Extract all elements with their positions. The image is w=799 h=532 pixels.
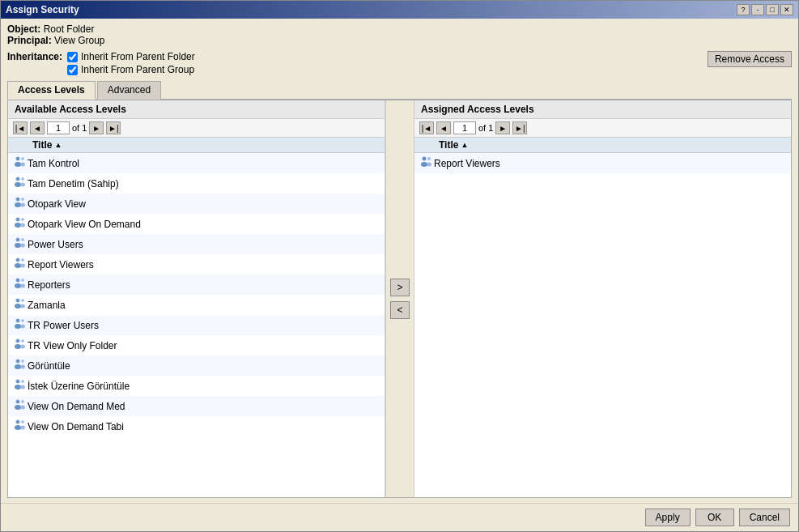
- svg-point-49: [15, 324, 21, 329]
- close-button[interactable]: ✕: [780, 4, 793, 15]
- available-list[interactable]: Tam Kontrol Tam Denetim (Sahip) Otopark …: [8, 153, 385, 497]
- svg-point-55: [15, 344, 21, 349]
- list-item[interactable]: Tam Kontrol: [8, 153, 385, 173]
- tab-advanced[interactable]: Advanced: [97, 81, 161, 100]
- object-info: Object: Root Folder Principal: View Grou…: [7, 23, 792, 46]
- inherit-parent-folder-checkbox[interactable]: [67, 52, 78, 62]
- list-item-label: Zamanla: [28, 300, 66, 311]
- list-item[interactable]: Report Viewers: [8, 254, 385, 275]
- list-item[interactable]: Otopark View On Demand: [8, 214, 385, 234]
- principal-label: Principal:: [7, 35, 52, 46]
- assigned-page-input[interactable]: [453, 121, 476, 134]
- svg-point-85: [421, 162, 427, 167]
- svg-point-81: [20, 426, 25, 430]
- checkboxes: Inherit From Parent Folder Inherit From …: [67, 51, 708, 75]
- list-item[interactable]: View On Demand Tabi: [8, 416, 385, 436]
- list-item-label: Power Users: [28, 239, 83, 250]
- principal-value: View Group: [54, 35, 104, 46]
- help-button[interactable]: ?: [737, 4, 750, 15]
- list-item[interactable]: Report Viewers: [414, 153, 791, 173]
- available-column-header: Title ▲: [8, 138, 385, 153]
- available-of-label: of: [72, 123, 79, 133]
- list-item[interactable]: Otopark View: [8, 194, 385, 214]
- inherit-parent-group-checkbox[interactable]: [67, 65, 78, 75]
- list-item[interactable]: Zamanla: [8, 295, 385, 315]
- people-icon: [13, 377, 28, 394]
- assigned-prev-page-button[interactable]: ◄: [436, 121, 451, 134]
- inheritance-label: Inheritance:: [7, 51, 62, 62]
- people-icon: [13, 236, 28, 253]
- list-item-label: Tam Kontrol: [28, 158, 79, 169]
- svg-point-57: [20, 345, 25, 349]
- assigned-last-page-button[interactable]: ►|: [512, 121, 527, 134]
- svg-point-69: [20, 385, 25, 389]
- svg-point-3: [20, 163, 25, 167]
- remove-from-assigned-button[interactable]: <: [390, 301, 410, 319]
- list-item[interactable]: Power Users: [8, 234, 385, 254]
- inherit-parent-folder-label: Inherit From Parent Folder: [81, 51, 195, 62]
- ok-button[interactable]: OK: [695, 509, 734, 526]
- window-title: Assign Security: [6, 4, 79, 15]
- principal-row: Principal: View Group: [7, 35, 792, 46]
- list-item-label: Görüntüle: [28, 360, 70, 372]
- svg-point-31: [15, 263, 21, 268]
- svg-point-13: [15, 202, 21, 207]
- assigned-panel: Assigned Access Levels |◄ ◄ of 1 ► ►| Ti…: [414, 100, 791, 497]
- assign-security-window: Assign Security ? - □ ✕ Object: Root Fol…: [0, 0, 799, 532]
- people-icon: [13, 337, 28, 354]
- add-to-assigned-button[interactable]: >: [390, 279, 410, 296]
- apply-button[interactable]: Apply: [645, 509, 691, 526]
- svg-point-67: [15, 385, 21, 389]
- svg-point-39: [20, 284, 25, 288]
- svg-point-9: [20, 183, 25, 187]
- list-item[interactable]: Tam Denetim (Sahip): [8, 173, 385, 194]
- people-icon: [13, 276, 28, 293]
- list-item[interactable]: View On Demand Med: [8, 396, 385, 416]
- svg-point-33: [20, 264, 25, 268]
- available-page-input[interactable]: [47, 121, 70, 134]
- restore-button[interactable]: □: [766, 4, 779, 15]
- list-item[interactable]: TR View Only Folder: [8, 335, 385, 355]
- assigned-sort-arrow: ▲: [461, 141, 468, 149]
- available-prev-page-button[interactable]: ◄: [30, 121, 45, 134]
- svg-point-1: [15, 162, 21, 167]
- svg-point-75: [20, 406, 25, 410]
- cancel-button[interactable]: Cancel: [739, 509, 790, 526]
- people-icon: [13, 256, 28, 273]
- checkbox-row-1: Inherit From Parent Folder: [67, 51, 708, 62]
- list-item[interactable]: Reporters: [8, 275, 385, 295]
- svg-point-87: [427, 163, 431, 167]
- assigned-next-page-button[interactable]: ►: [495, 121, 510, 134]
- available-first-page-button[interactable]: |◄: [13, 121, 28, 134]
- tabs-row: Access Levels Advanced: [7, 80, 792, 100]
- arrow-panel: > <: [385, 100, 414, 497]
- assigned-title-column: Title ▲: [439, 139, 468, 151]
- available-last-page-button[interactable]: ►|: [106, 121, 121, 134]
- list-item-label: TR Power Users: [28, 320, 99, 331]
- people-icon: [13, 195, 28, 212]
- svg-point-43: [15, 304, 21, 309]
- list-item[interactable]: Görüntüle: [8, 355, 385, 376]
- object-value: Root Folder: [44, 23, 95, 35]
- available-next-page-button[interactable]: ►: [89, 121, 104, 134]
- svg-point-86: [427, 157, 431, 160]
- assigned-panel-header: Assigned Access Levels: [414, 100, 791, 119]
- assigned-first-page-button[interactable]: |◄: [419, 121, 434, 134]
- svg-point-73: [15, 405, 21, 410]
- minimize-button[interactable]: -: [751, 4, 764, 15]
- people-icon: [13, 418, 28, 435]
- assigned-total-pages: 1: [488, 123, 493, 133]
- tab-access-levels[interactable]: Access Levels: [7, 81, 96, 100]
- available-total-pages: 1: [82, 123, 87, 133]
- remove-access-button[interactable]: Remove Access: [708, 51, 792, 67]
- list-item[interactable]: İstek Üzerine Görüntüle: [8, 376, 385, 396]
- svg-point-7: [15, 182, 21, 187]
- available-sort-arrow: ▲: [54, 141, 62, 149]
- list-item[interactable]: TR Power Users: [8, 315, 385, 335]
- assigned-list[interactable]: Report Viewers: [414, 153, 791, 497]
- people-icon: [419, 155, 434, 172]
- assigned-column-header: Title ▲: [414, 138, 791, 153]
- svg-point-51: [20, 325, 25, 329]
- object-row: Object: Root Folder: [7, 23, 792, 35]
- assigned-pagination-bar: |◄ ◄ of 1 ► ►|: [414, 119, 791, 138]
